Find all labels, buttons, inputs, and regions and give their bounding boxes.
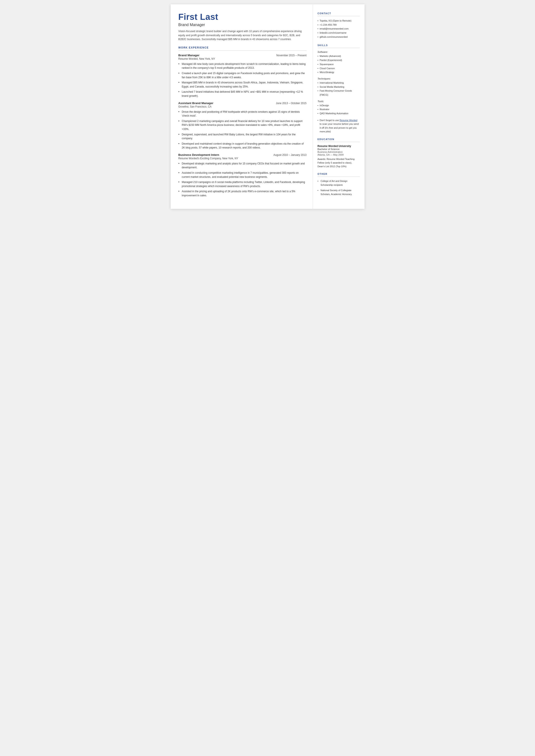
job-1: Brand Manager November 2015 – Present Re…: [179, 54, 307, 98]
contact-linkedin: linkedin.com/in/username: [318, 31, 360, 35]
edu-location: Atlanta, GA — May 2009: [318, 154, 360, 156]
list-item: Developed and maintained content strateg…: [179, 142, 307, 150]
skills-divider: [318, 48, 360, 48]
other-label: OTHER: [318, 173, 360, 175]
contact-phone: +1-234-456-789: [318, 23, 360, 27]
edu-school: Resume Worded University: [318, 145, 360, 148]
list-item: Created a launch plan and 15 digital cam…: [179, 71, 307, 79]
left-column: First Last Brand Manager Vision-focused …: [171, 4, 313, 209]
list-item: Fast-Moving Consumer Goods (FMCG): [318, 89, 360, 97]
edu-degree: Bachelor of Science: [318, 148, 360, 151]
list-item: Developed strategic marketing and analyt…: [179, 162, 307, 170]
techniques-list: International Marketing Social Media Mar…: [318, 81, 360, 97]
name-title-block: First Last Brand Manager Vision-focused …: [179, 12, 307, 42]
skills-note: Don't forget to use Resume Worded to sca…: [318, 119, 360, 134]
summary-text: Vision-focused strategic brand builder a…: [179, 29, 307, 42]
list-item: Assisted in conducting competitive marke…: [179, 171, 307, 179]
job-2-company: Growthsi, San Francisco, CA: [179, 105, 307, 108]
edu-field: Business Administration: [318, 151, 360, 153]
job-3-bullets: Developed strategic marketing and analyt…: [179, 162, 307, 198]
list-item: Drove the design and positioning of RW t…: [179, 110, 307, 118]
list-item: Illustrator: [318, 107, 360, 111]
job-1-header: Brand Manager November 2015 – Present: [179, 54, 307, 57]
job-3-dates: August 2010 – January 2013: [273, 154, 306, 156]
job-2-header: Assistant Brand Manager June 2013 – Octo…: [179, 101, 307, 105]
job-3: Business Development Intern August 2010 …: [179, 153, 307, 198]
list-item: Managed 210 campaigns on 6 social media …: [179, 180, 307, 188]
job-2-bullets: Drove the design and positioning of RW t…: [179, 110, 307, 150]
job-3-title: Business Development Intern: [179, 153, 219, 156]
job-1-dates: November 2015 – Present: [276, 54, 306, 57]
software-list: Marketo (Advanced) Pardot (Experienced) …: [318, 54, 360, 74]
education-label: EDUCATION: [318, 138, 360, 141]
techniques-label: Techniques:: [318, 77, 360, 80]
contact-list: Topeka, KS (Open to Remote) +1-234-456-7…: [318, 19, 360, 39]
list-item: Championed 2 marketing campaigns and ove…: [179, 119, 307, 131]
contact-github: github.com/resumeworded: [318, 35, 360, 39]
candidate-name: First Last: [179, 12, 307, 22]
job-3-company: Resume Worded's Exciting Company, New Yo…: [179, 157, 307, 160]
contact-divider: [318, 16, 360, 16]
list-item: QAD Marketing Automation: [318, 111, 360, 116]
list-item: Designed, supervised, and launched RW Ba…: [179, 132, 307, 141]
skills-note-suffix: to scan your resume before you send it o…: [320, 123, 359, 133]
work-experience-label: WORK EXPERIENCE: [179, 46, 307, 49]
tools-label: Tools:: [318, 100, 360, 102]
job-1-title: Brand Manager: [179, 54, 200, 57]
job-2-dates: June 2013 – October 2015: [276, 102, 306, 105]
job-2-title: Assistant Brand Manager: [179, 101, 213, 105]
edu-awards: Awards: Resume Worded Teaching Fellow (o…: [318, 157, 360, 168]
list-item: National Society of Collegiate Scholars,…: [318, 188, 360, 196]
list-item: Marketo (Advanced): [318, 54, 360, 58]
work-experience-divider: [179, 50, 307, 51]
list-item: Managed 48 new body care products develo…: [179, 62, 307, 70]
candidate-title: Brand Manager: [179, 23, 307, 27]
list-item: Squarespace: [318, 62, 360, 66]
resume-wrapper: First Last Brand Manager Vision-focused …: [171, 4, 365, 209]
list-item: Social Media Marketing: [318, 85, 360, 89]
right-column: CONTACT Topeka, KS (Open to Remote) +1-2…: [313, 4, 365, 209]
contact-email: email@resumeworded.com: [318, 27, 360, 31]
job-3-header: Business Development Intern August 2010 …: [179, 153, 307, 156]
list-item: InDesign: [318, 103, 360, 107]
resume-worded-link[interactable]: Resume Worded: [340, 119, 357, 122]
list-item: Managed $95 MM in brands in 43 showrooms…: [179, 81, 307, 89]
tools-list: InDesign Illustrator QAD Marketing Autom…: [318, 103, 360, 116]
contact-location: Topeka, KS (Open to Remote): [318, 19, 360, 23]
list-item: Pardot (Experienced): [318, 58, 360, 62]
list-item: Launched 7 brand initiatives that delive…: [179, 90, 307, 98]
job-1-company: Resume Worded, New York, NY: [179, 57, 307, 60]
software-label: Software:: [318, 51, 360, 53]
contact-label: CONTACT: [318, 12, 360, 14]
other-list: College of Art and Design Scholarship re…: [318, 179, 360, 196]
job-2: Assistant Brand Manager June 2013 – Octo…: [179, 101, 307, 150]
list-item: Cloud Cannon: [318, 66, 360, 70]
job-1-bullets: Managed 48 new body care products develo…: [179, 62, 307, 98]
list-item: Assisted in the pricing and uploading of…: [179, 189, 307, 197]
education-divider: [318, 142, 360, 142]
skills-label: SKILLS: [318, 44, 360, 46]
list-item: MicroStrategy: [318, 70, 360, 74]
list-item: College of Art and Design Scholarship re…: [318, 179, 360, 187]
skills-note-prefix: Don't forget to use: [320, 119, 340, 122]
list-item: International Marketing: [318, 81, 360, 85]
